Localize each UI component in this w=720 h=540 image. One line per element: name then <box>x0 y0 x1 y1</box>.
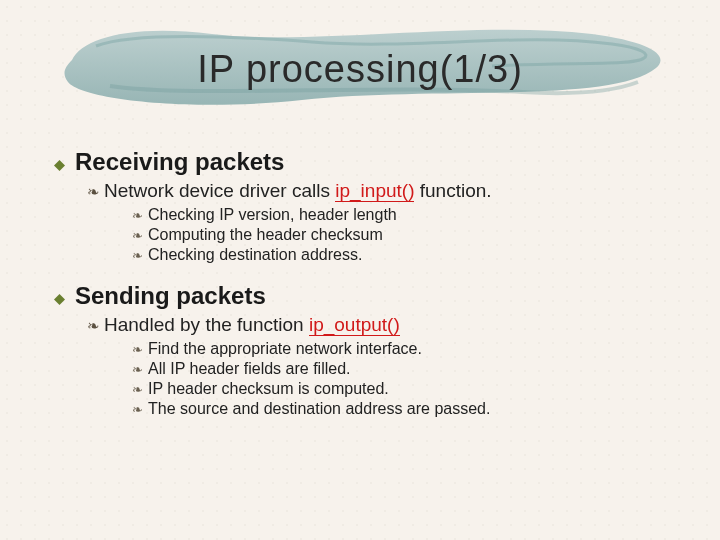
leaf-bullet-icon: ❧ <box>126 382 148 398</box>
section-heading-text: Receiving packets <box>75 148 284 176</box>
list-item: ❧ Checking destination address. <box>126 246 674 264</box>
section-subline-receiving: ❧ Network device driver calls ip_input()… <box>82 180 674 202</box>
diamond-bullet-icon <box>54 294 65 305</box>
function-name: ip_output() <box>309 314 400 336</box>
subline-prefix: Network device driver calls <box>104 180 335 201</box>
item-list-sending: ❧ Find the appropriate network interface… <box>126 340 674 418</box>
section-subline-sending: ❧ Handled by the function ip_output() <box>82 314 674 336</box>
list-item: ❧ Computing the header checksum <box>126 226 674 244</box>
section-heading-receiving: Receiving packets <box>54 148 674 176</box>
list-item-text: Find the appropriate network interface. <box>148 340 422 358</box>
list-item-text: The source and destination address are p… <box>148 400 490 418</box>
list-item-text: Checking destination address. <box>148 246 362 264</box>
section-heading-text: Sending packets <box>75 282 266 310</box>
subline-prefix: Handled by the function <box>104 314 309 335</box>
diamond-bullet-icon <box>54 160 65 171</box>
list-item: ❧ All IP header fields are filled. <box>126 360 674 378</box>
leaf-bullet-icon: ❧ <box>126 228 148 244</box>
slide-title: IP processing(1/3) <box>0 48 720 91</box>
leaf-bullet-icon: ❧ <box>126 208 148 224</box>
leaf-bullet-icon: ❧ <box>126 342 148 358</box>
list-item: ❧ Find the appropriate network interface… <box>126 340 674 358</box>
section-heading-sending: Sending packets <box>54 282 674 310</box>
list-item-text: Checking IP version, header length <box>148 206 397 224</box>
list-item: ❧ The source and destination address are… <box>126 400 674 418</box>
list-item: ❧ IP header checksum is computed. <box>126 380 674 398</box>
list-item-text: Computing the header checksum <box>148 226 383 244</box>
list-item: ❧ Checking IP version, header length <box>126 206 674 224</box>
item-list-receiving: ❧ Checking IP version, header length ❧ C… <box>126 206 674 264</box>
leaf-bullet-icon: ❧ <box>82 317 104 335</box>
subline-text: Handled by the function ip_output() <box>104 314 400 336</box>
subline-suffix: function. <box>414 180 491 201</box>
leaf-bullet-icon: ❧ <box>126 362 148 378</box>
leaf-bullet-icon: ❧ <box>82 183 104 201</box>
function-name: ip_input() <box>335 180 414 202</box>
leaf-bullet-icon: ❧ <box>126 402 148 418</box>
list-item-text: All IP header fields are filled. <box>148 360 350 378</box>
leaf-bullet-icon: ❧ <box>126 248 148 264</box>
content-area: Receiving packets ❧ Network device drive… <box>54 148 674 418</box>
list-item-text: IP header checksum is computed. <box>148 380 389 398</box>
subline-text: Network device driver calls ip_input() f… <box>104 180 492 202</box>
